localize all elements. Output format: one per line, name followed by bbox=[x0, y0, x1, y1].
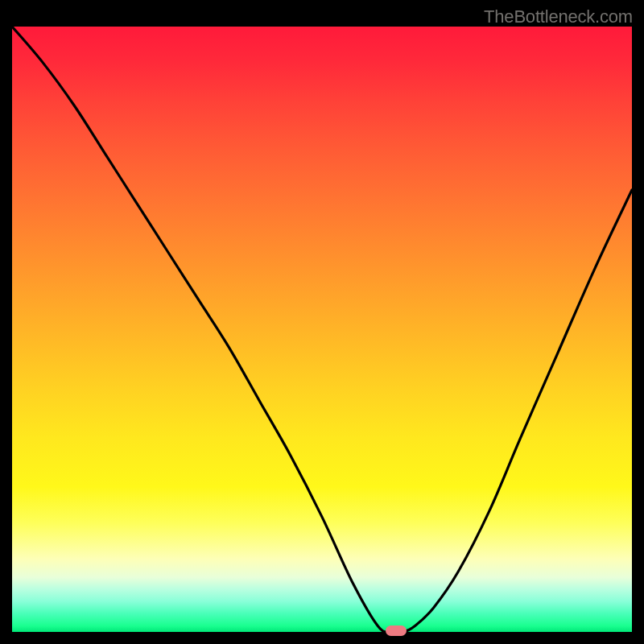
curve-svg bbox=[12, 27, 632, 632]
bottleneck-curve bbox=[12, 27, 632, 632]
watermark-text: TheBottleneck.com bbox=[484, 6, 633, 27]
bottleneck-chart: TheBottleneck.com bbox=[0, 0, 644, 644]
plot-area bbox=[12, 27, 632, 632]
minimum-marker bbox=[386, 625, 407, 636]
